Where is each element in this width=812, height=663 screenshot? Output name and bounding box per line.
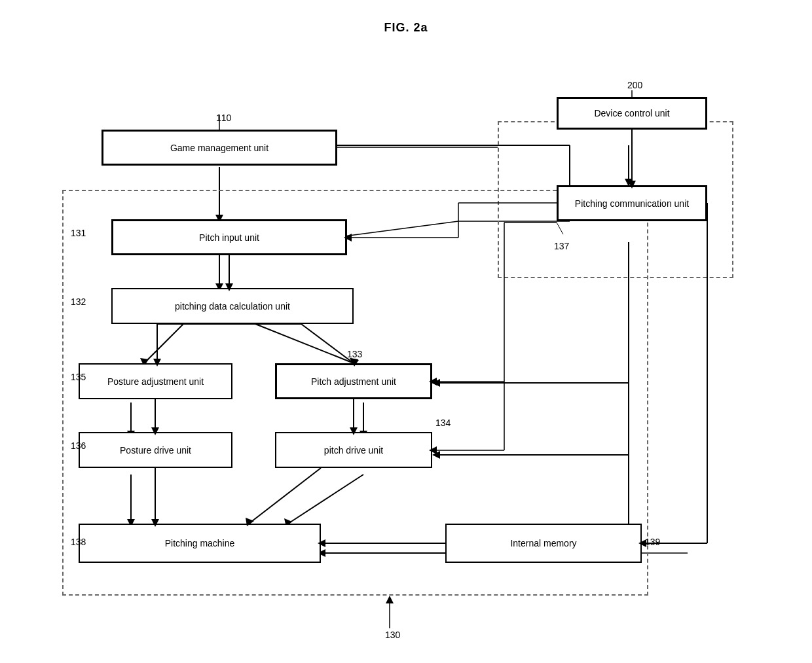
box-pitching-data-calc: pitching data calculation unit [111,288,354,324]
label-131: 131 [71,228,86,238]
label-130: 130 [385,630,400,640]
label-137: 137 [554,241,569,251]
label-134: 134 [435,418,451,428]
box-internal-memory: Internal memory [445,524,642,563]
label-136: 136 [71,440,86,451]
box-pitching-communication: Pitching communication unit [557,185,707,221]
box-pitch-input: Pitch input unit [111,219,347,255]
box-device-control: Device control unit [557,97,707,130]
diagram: FIG. 2a [0,0,812,663]
label-138: 138 [71,537,86,547]
box-game-management: Game management unit [101,130,337,166]
label-132: 132 [71,296,86,307]
figure-title: FIG. 2a [384,21,428,35]
label-139: 139 [645,537,660,547]
box-pitching-machine: Pitching machine [79,524,321,563]
box-posture-adjustment: Posture adjustment unit [79,363,232,399]
label-135: 135 [71,372,86,382]
box-posture-drive: Posture drive unit [79,432,232,468]
label-133: 133 [347,349,362,359]
label-200: 200 [627,80,642,90]
box-pitch-drive: pitch drive unit [275,432,432,468]
box-pitch-adjustment: Pitch adjustment unit [275,363,432,399]
label-110: 110 [216,113,231,123]
svg-marker-72 [386,596,394,603]
